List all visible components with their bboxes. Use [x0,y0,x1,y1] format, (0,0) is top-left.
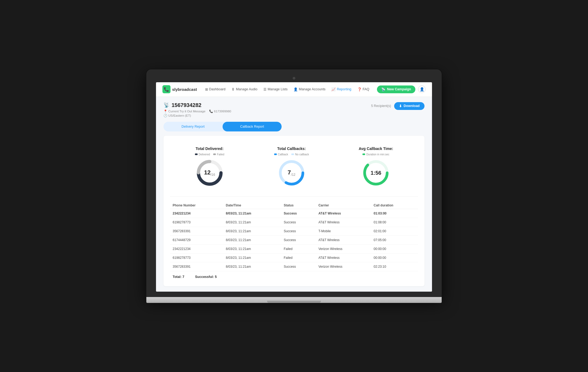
nav-item-manage-accounts[interactable]: 👤 Manage Accounts [291,86,328,93]
nav-item-faq[interactable]: ❓ FAQ [355,86,372,93]
table-footer: Total: 7 Successful: 5 [170,271,418,280]
cell-status: Failed [281,244,316,253]
callback-legend-item: Callback [274,153,288,156]
nav-item-dashboard[interactable]: ⊞ Dashboard [202,86,228,93]
table-row: 3567283391 8/03/23, 11:21am Success Veri… [170,262,418,271]
cell-phone: 6174448729 [170,235,223,244]
table-row: 6174448729 8/03/23, 11:21am Success AT&T… [170,235,418,244]
callback-table: Phone Number Date/Time Status Carrier Ca… [170,202,418,271]
logo-text: slybroadcast [172,87,197,92]
delivered-dot [195,153,198,155]
nav-item-manage-audio[interactable]: 🎙 Manage Audio [229,86,260,93]
delivered-value: 12/16 [204,169,215,176]
clock-meta: 🕐 US/Eastern (ET) [164,114,191,117]
cell-duration: 02:01:00 [371,227,418,235]
clock-icon: 🕐 [164,114,167,117]
successful-count: Successful: 5 [195,275,217,279]
col-phone: Phone Number [170,202,223,209]
cell-carrier: AT&T Wireless [316,218,371,227]
cell-datetime: 8/03/23, 11:21am [223,209,281,218]
cell-datetime: 8/03/23, 11:21am [223,218,281,227]
avg-donut: 1:56 [361,158,391,188]
failed-dot [213,153,216,155]
charts-row: Total Delivered: Delivered Failed [170,142,418,196]
message-meta: 📍 Current Try it Out Message [164,109,205,113]
cell-duration: 00:00:00 [371,244,418,253]
cell-duration: 00:00:00 [371,253,418,262]
cell-duration: 02:23:10 [371,262,418,271]
faq-icon: ❓ [357,87,362,91]
recipients-label: 5 Recipient(s) [371,104,391,108]
cell-status: Failed [281,253,316,262]
cell-status: Success [281,209,316,218]
delivered-legend-item: Delivered [195,153,210,156]
table-row: 6198278773 8/03/23, 11:21am Success AT&T… [170,218,418,227]
cell-phone: 3567283391 [170,262,223,271]
laptop-frame: 📞 slybroadcast ⊞ Dashboard 🎙 Manage Audi… [146,69,442,303]
avg-callback-chart: Avg Callback Time: Duration in min:sec [359,146,393,188]
no-callback-legend-item: No callback [291,153,309,156]
table-row: 6198278773 8/03/23, 11:21am Failed AT&T … [170,253,418,262]
delivered-title: Total Delivered: [196,146,224,151]
screen-bezel: 📞 slybroadcast ⊞ Dashboard 🎙 Manage Audi… [146,69,442,297]
cell-phone: 6198278773 [170,218,223,227]
signal-icon: 📡 [164,102,169,108]
logo-icon: 📞 [162,85,170,93]
cell-datetime: 8/03/23, 11:21am [223,253,281,262]
download-icon: ⬇ [399,104,402,108]
cell-phone: 6198278773 [170,253,223,262]
cell-datetime: 8/03/23, 11:21am [223,235,281,244]
nav-item-manage-lists[interactable]: ☰ Manage Lists [261,86,290,93]
reporting-icon: 📈 [331,87,336,91]
user-nav-icon: 👤 [293,87,298,91]
cell-phone: 2342221234 [170,209,223,218]
avg-legend: Duration in min:sec [362,153,389,156]
cell-phone: 2342221234 [170,244,223,253]
cell-duration: 07:05:00 [371,235,418,244]
cell-phone: 3567283391 [170,227,223,235]
laptop-base [146,297,442,303]
nav-right: 📡 New Campaign 👤 [377,85,426,93]
download-button[interactable]: ⬇ Download [394,102,424,110]
campaign-info: 📡 1567934282 📍 Current Try it Out Messag… [164,102,231,117]
col-datetime: Date/Time [223,202,281,209]
new-campaign-button[interactable]: 📡 New Campaign [377,85,415,93]
no-callback-dot [291,153,294,155]
page-header: 📡 1567934282 📍 Current Try it Out Messag… [164,102,424,117]
broadcast-icon: 📡 [381,87,386,91]
cell-carrier: Verizon Wireless [316,244,371,253]
nav-items: ⊞ Dashboard 🎙 Manage Audio ☰ Manage List… [202,86,376,93]
report-tabs: Delivery Report Callback Report [164,122,282,131]
cell-duration: 01:03:00 [371,209,418,218]
cell-status: Success [281,227,316,235]
table-row: 2342221234 8/03/23, 11:21am Failed Veriz… [170,244,418,253]
col-duration: Call duration [371,202,418,209]
table-body: 2342221234 8/03/23, 11:21am Success AT&T… [170,209,418,271]
failed-legend-item: Failed [213,153,224,156]
screen: 📞 slybroadcast ⊞ Dashboard 🎙 Manage Audi… [156,82,432,292]
total-delivered-chart: Total Delivered: Delivered Failed [195,146,224,188]
total-count: Total: 7 [173,275,184,279]
camera [293,77,295,80]
callbacks-legend: Callback No callback [274,153,309,156]
header-row: Phone Number Date/Time Status Carrier Ca… [170,202,418,209]
message-icon: 📍 [164,109,167,113]
logo: 📞 slybroadcast [162,85,197,93]
duration-dot [362,153,365,155]
col-carrier: Carrier [316,202,371,209]
tab-delivery-report[interactable]: Delivery Report [164,122,223,131]
campaign-title: 📡 1567934282 [164,102,231,108]
list-icon: ☰ [263,87,267,91]
user-account-icon[interactable]: 👤 [418,85,426,93]
callback-dot [274,153,277,155]
nav-item-reporting[interactable]: 📈 Reporting [329,86,354,93]
table-header: Phone Number Date/Time Status Carrier Ca… [170,202,418,209]
microphone-icon: 🎙 [231,87,235,91]
cell-carrier: AT&T Wireless [316,253,371,262]
callbacks-title: Total Callbacks: [277,146,306,151]
cell-datetime: 8/03/23, 11:21am [223,262,281,271]
cell-status: Success [281,262,316,271]
tab-callback-report[interactable]: Callback Report [223,122,282,131]
cell-carrier: T-Mobile [316,227,371,235]
cell-status: Success [281,218,316,227]
